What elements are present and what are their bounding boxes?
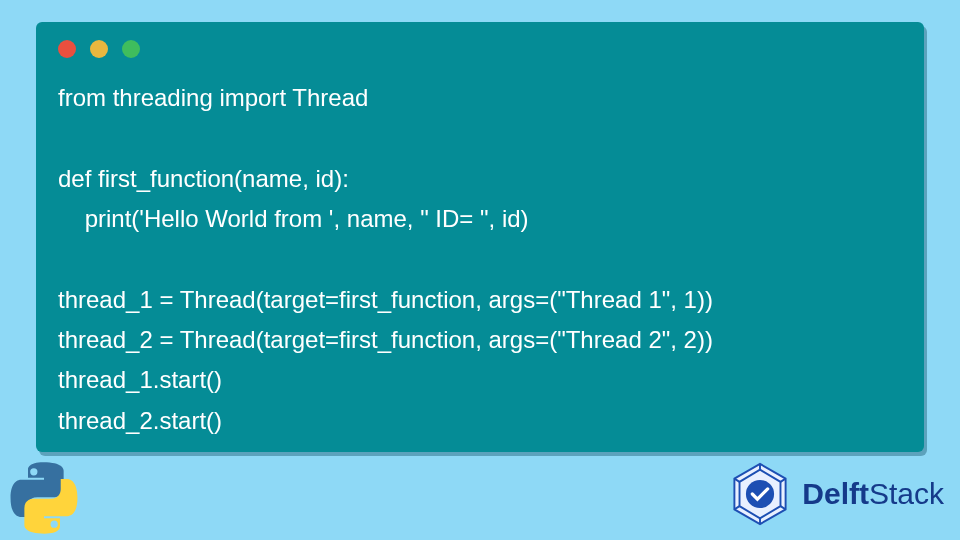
code-line: thread_2 = Thread(target=first_function,… bbox=[58, 326, 713, 353]
svg-point-2 bbox=[746, 480, 774, 508]
close-icon bbox=[58, 40, 76, 58]
code-line: thread_1.start() bbox=[58, 366, 222, 393]
code-line: from threading import Thread bbox=[58, 84, 368, 111]
brand-name: DelftStack bbox=[802, 477, 944, 511]
code-line: print('Hello World from ', name, " ID= "… bbox=[58, 205, 529, 232]
python-icon bbox=[4, 458, 84, 538]
brand-name-light: Stack bbox=[869, 477, 944, 510]
brand: DelftStack bbox=[728, 462, 944, 526]
code-line: thread_2.start() bbox=[58, 407, 222, 434]
maximize-icon bbox=[122, 40, 140, 58]
brand-name-bold: Delft bbox=[802, 477, 869, 510]
window-traffic-lights bbox=[58, 40, 902, 58]
code-line: thread_1 = Thread(target=first_function,… bbox=[58, 286, 713, 313]
minimize-icon bbox=[90, 40, 108, 58]
code-block: from threading import Thread def first_f… bbox=[58, 78, 902, 441]
delftstack-badge-icon bbox=[728, 462, 792, 526]
code-window: from threading import Thread def first_f… bbox=[36, 22, 924, 452]
code-line: def first_function(name, id): bbox=[58, 165, 349, 192]
